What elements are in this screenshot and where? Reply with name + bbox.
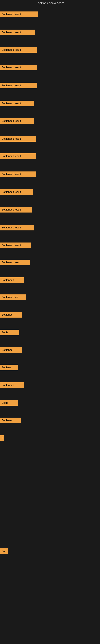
bottleneck-bar-8: Bottleneck result (0, 136, 36, 142)
site-title: TheBottlenecker.com (0, 0, 100, 6)
bottleneck-bar-24: Bottlenec (0, 418, 21, 423)
bottleneck-bar-3: Bottleneck result (0, 47, 37, 53)
bottleneck-bar-11: Bottleneck result (0, 189, 33, 195)
bottleneck-bar-6: Bottleneck result (0, 100, 34, 106)
bottleneck-bar-14: Bottleneck result (0, 242, 31, 248)
bottleneck-bar-10: Bottleneck result (0, 172, 36, 177)
bottleneck-bar-22: Bottleneck r (0, 382, 24, 388)
bottleneck-bar-16: Bottleneck (0, 277, 24, 283)
bottleneck-bar-23: Bottle (0, 400, 18, 406)
bottleneck-bar-15: Bottleneck resu (0, 260, 30, 265)
bottleneck-bar-20: Bottlenec (0, 347, 22, 353)
bottleneck-bar-26: Bo (0, 548, 8, 554)
bottleneck-bar-18: Bottlenec (0, 312, 22, 318)
bottleneck-bar-19: Bottle (0, 330, 19, 335)
bottleneck-bar-7: Bottleneck result (0, 118, 34, 124)
bottleneck-bar-2: Bottleneck result (0, 30, 35, 35)
bottleneck-bar-13: Bottleneck result (0, 225, 34, 230)
bottleneck-bar-5: Bottleneck result (0, 83, 37, 88)
bottleneck-bar-4: Bottleneck result (0, 64, 37, 70)
bottleneck-bar-1: Bottleneck result (0, 12, 38, 17)
bottleneck-bar-25: B (0, 435, 3, 441)
bottleneck-bar-9: Bottleneck result (0, 153, 36, 159)
bottleneck-bar-17: Bottleneck res (0, 294, 26, 300)
bottleneck-bar-21: Bottlene (0, 365, 18, 370)
bottleneck-bar-12: Bottleneck result (0, 207, 32, 212)
page-wrapper: TheBottlenecker.com Bottleneck resultBot… (0, 0, 100, 644)
